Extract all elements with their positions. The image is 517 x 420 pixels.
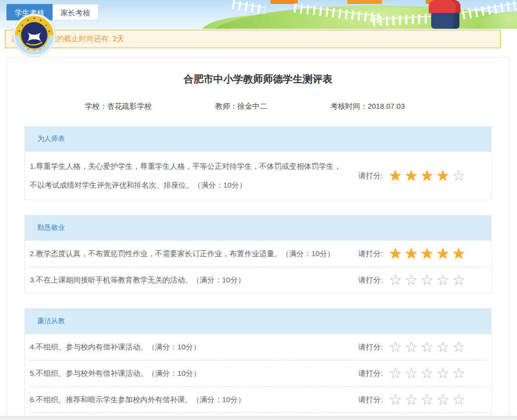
- question-text: 5.不组织、参与校外有偿补课活动。（满分：10分）: [30, 364, 358, 383]
- star-icon[interactable]: ★: [388, 246, 402, 262]
- star-icon[interactable]: ☆: [436, 339, 450, 355]
- assessment-date-info: 考核时间：2018.07.03: [330, 102, 405, 111]
- school-seal-logo: [12, 13, 56, 57]
- section-title: 为人师表: [25, 127, 491, 152]
- section-body: 4.不组织、参与校内有偿补课活动。（满分：10分） 请打分: ☆☆☆☆☆ 5.不…: [25, 334, 491, 420]
- orange-roof-icon: [347, 0, 382, 4]
- form-title: 合肥市中小学教师师德学生测评表: [7, 72, 509, 86]
- star-icon[interactable]: ☆: [404, 339, 418, 355]
- school-seal-icon: [12, 13, 56, 57]
- star-icon[interactable]: ☆: [420, 339, 434, 355]
- question-row: 4.不组织、参与校内有偿补课活动。（满分：10分） 请打分: ☆☆☆☆☆: [30, 334, 486, 360]
- section-body: 2.教学态度认真，不布置惩罚性作业，不需要家长订正作业，布置作业适量。（满分：1…: [25, 241, 491, 293]
- teacher-info: 教师：徐金中二: [215, 102, 267, 111]
- rating-control: 请打分: ★★★★★: [358, 246, 465, 262]
- section-title: 勤恳敬业: [25, 215, 491, 241]
- star-icon[interactable]: ★: [420, 168, 434, 184]
- star-icon[interactable]: ☆: [436, 392, 450, 408]
- question-row: 6.不组织、推荐和暗示学生参加校内外有偿补课。（满分：10分） 请打分: ☆☆☆…: [30, 386, 486, 413]
- rate-label: 请打分:: [358, 343, 383, 352]
- question-text: 4.不组织、参与校内有偿补课活动。（满分：10分）: [30, 338, 358, 356]
- star-icon[interactable]: ☆: [404, 392, 418, 408]
- rate-label: 请打分:: [358, 171, 383, 181]
- question-text: 3.不在上课期间接听手机等教育教学无关的活动。（满分：10分）: [30, 271, 358, 289]
- deadline-days-value: 2天: [113, 34, 124, 44]
- question-text: 6.不组织、推荐和暗示学生参加校内外有偿补课。（满分：10分）: [30, 390, 358, 409]
- star-icon[interactable]: ☆: [388, 392, 402, 408]
- star-icon[interactable]: ★: [388, 168, 402, 184]
- star-icon[interactable]: ☆: [404, 272, 418, 288]
- cartoon-figure-jacket: [429, 0, 460, 13]
- question-text: 1.尊重学生人格，关心爱护学生，尊重学生人格，平等公正对待学生，不体罚或变相体罚…: [30, 157, 358, 195]
- star-icon[interactable]: ☆: [452, 168, 465, 184]
- star-icon[interactable]: ☆: [420, 272, 434, 288]
- question-row: 1.尊重学生人格，关心爱护学生，尊重学生人格，平等公正对待学生，不体罚或变相体罚…: [30, 152, 486, 200]
- school-info: 学校：杏花疏影学校: [85, 102, 152, 111]
- rate-label: 请打分:: [358, 249, 383, 259]
- star-icon[interactable]: ☆: [420, 365, 434, 381]
- star-icon[interactable]: ★: [404, 168, 418, 184]
- horizontal-scrollbar[interactable]: [0, 416, 517, 420]
- rating-control: 请打分: ☆☆☆☆☆: [358, 272, 465, 288]
- rating-control: 请打分: ☆☆☆☆☆: [358, 392, 465, 408]
- star-icon[interactable]: ★: [404, 246, 418, 262]
- rate-label: 请打分:: [358, 276, 383, 285]
- star-rating: ☆☆☆☆☆: [386, 365, 465, 381]
- sections-container: 为人师表 1.尊重学生人格，关心爱护学生，尊重学生人格，平等公正对待学生，不体罚…: [7, 126, 509, 420]
- star-rating: ★★★★☆: [386, 168, 465, 184]
- star-rating: ☆☆☆☆☆: [386, 272, 465, 288]
- tab-parent-assessment[interactable]: 家长考核: [53, 4, 99, 20]
- star-icon[interactable]: ☆: [420, 392, 434, 408]
- star-icon[interactable]: ★: [452, 246, 465, 262]
- question-row: 5.不组织、参与校外有偿补课活动。（满分：10分） 请打分: ☆☆☆☆☆: [30, 360, 486, 386]
- star-rating: ☆☆☆☆☆: [386, 339, 465, 355]
- rate-label: 请打分:: [358, 369, 383, 378]
- cartoon-figure-pants: [431, 13, 459, 29]
- assessment-section: 廉洁从教 4.不组织、参与校内有偿补课活动。（满分：10分） 请打分: ☆☆☆☆…: [24, 308, 492, 420]
- rating-control: 请打分: ★★★★☆: [358, 168, 465, 184]
- question-row: 3.不在上课期间接听手机等教育教学无关的活动。（满分：10分） 请打分: ☆☆☆…: [30, 267, 486, 293]
- star-icon[interactable]: ★: [436, 246, 450, 262]
- picket-fence-icon: [232, 0, 265, 14]
- star-icon[interactable]: ☆: [452, 365, 465, 381]
- section-title: 廉洁从教: [25, 309, 491, 334]
- star-icon[interactable]: ☆: [388, 339, 402, 355]
- star-icon[interactable]: ☆: [388, 365, 402, 381]
- star-icon[interactable]: ☆: [388, 272, 402, 288]
- star-icon[interactable]: ☆: [404, 365, 418, 381]
- star-icon[interactable]: ☆: [452, 339, 465, 355]
- star-icon[interactable]: ☆: [452, 392, 465, 408]
- section-body: 1.尊重学生人格，关心爱护学生，尊重学生人格，平等公正对待学生，不体罚或变相体罚…: [25, 152, 491, 200]
- evaluation-page: 学生考核 家长考核 距离学生考核的截止时间还有: 2天: [0, 0, 517, 420]
- star-icon[interactable]: ★: [436, 168, 450, 184]
- orange-roof-icon: [270, 0, 298, 4]
- star-icon[interactable]: ☆: [452, 272, 465, 288]
- star-rating: ☆☆☆☆☆: [386, 392, 465, 408]
- question-text: 2.教学态度认真，不布置惩罚性作业，不需要家长订正作业，布置作业适量。（满分：1…: [30, 244, 358, 263]
- form-info-row: 学校：杏花疏影学校 教师：徐金中二 考核时间：2018.07.03: [7, 102, 509, 111]
- rating-control: 请打分: ☆☆☆☆☆: [358, 365, 465, 381]
- deadline-notice: 距离学生考核的截止时间还有: 2天: [5, 30, 501, 48]
- evaluation-form-card: 合肥市中小学教师师德学生测评表 学校：杏花疏影学校 教师：徐金中二 考核时间：2…: [6, 57, 510, 420]
- star-icon[interactable]: ★: [420, 246, 434, 262]
- question-row: 2.教学态度认真，不布置惩罚性作业，不需要家长订正作业，布置作业适量。（满分：1…: [30, 241, 486, 267]
- star-rating: ★★★★★: [386, 246, 465, 262]
- star-icon[interactable]: ☆: [436, 365, 450, 381]
- assessment-section: 为人师表 1.尊重学生人格，关心爱护学生，尊重学生人格，平等公正对待学生，不体罚…: [24, 126, 492, 200]
- star-icon[interactable]: ☆: [436, 272, 450, 288]
- rate-label: 请打分:: [358, 395, 383, 405]
- assessment-section: 勤恳敬业 2.教学态度认真，不布置惩罚性作业，不需要家长订正作业，布置作业适量。…: [24, 215, 492, 293]
- rating-control: 请打分: ☆☆☆☆☆: [358, 339, 465, 355]
